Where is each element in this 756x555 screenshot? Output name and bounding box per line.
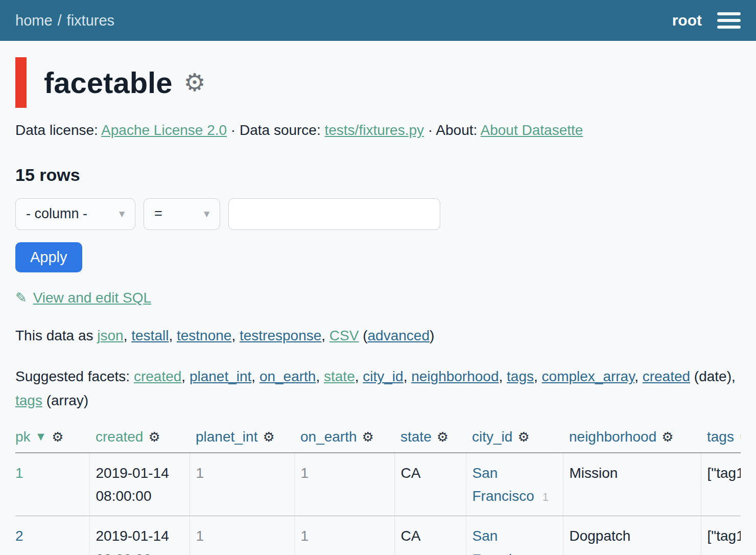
text-segment: , (355, 368, 363, 384)
text-segment: This data as (15, 328, 97, 343)
column-header-created: created⚙ (89, 424, 190, 453)
facet-link[interactable]: created (134, 368, 181, 384)
meta-link[interactable]: About Datasette (481, 122, 583, 138)
data-table: pk▼⚙created⚙planet_int⚙on_earth⚙state⚙ci… (15, 424, 741, 555)
meta-link[interactable]: tests/fixtures.py (324, 122, 424, 138)
cell-neighborhood: Mission (563, 453, 701, 516)
column-header-link[interactable]: tags (707, 429, 734, 445)
column-header-city_id: city_id⚙ (466, 424, 563, 453)
table-container: pk▼⚙created⚙planet_int⚙on_earth⚙state⚙ci… (15, 424, 741, 555)
export-link[interactable]: CSV (329, 328, 359, 343)
column-header-link[interactable]: created (96, 429, 143, 445)
cell-city-id: San Francisco 1 (466, 453, 563, 516)
hamburger-menu-icon[interactable] (717, 10, 741, 31)
column-header-link[interactable]: city_id (472, 429, 512, 445)
text-segment: , (634, 368, 643, 384)
operator-select[interactable]: = ▼ (144, 198, 220, 230)
text-segment: , (404, 368, 412, 384)
apply-button[interactable]: Apply (15, 242, 82, 272)
column-gear-icon[interactable]: ⚙ (148, 429, 160, 445)
metadata-line: Data license: Apache License 2.0 · Data … (15, 120, 741, 140)
table-settings-gear-icon[interactable]: ⚙ (183, 67, 205, 99)
column-gear-icon[interactable]: ⚙ (517, 429, 529, 445)
filter-row: - column - ▼ = ▼ (15, 198, 741, 230)
meta-link[interactable]: Apache License 2.0 (101, 122, 227, 138)
export-link[interactable]: testnone (177, 328, 231, 343)
cell-neighborhood: Dogpatch (563, 516, 701, 555)
text-segment: (date), (690, 368, 736, 384)
text-segment: , (124, 328, 132, 343)
pencil-icon: ✎ (15, 290, 27, 306)
city-link[interactable]: San Francisco (472, 465, 534, 504)
chevron-down-icon: ▼ (117, 209, 127, 220)
column-header-link[interactable]: on_earth (300, 429, 357, 445)
facet-link[interactable]: planet_int (190, 368, 251, 384)
table-header-row: pk▼⚙created⚙planet_int⚙on_earth⚙state⚙ci… (15, 424, 741, 453)
main-content: facetable ⚙ Data license: Apache License… (0, 57, 756, 555)
column-header-state: state⚙ (394, 424, 466, 453)
text-segment: (array) (42, 392, 88, 408)
text-segment: , (231, 328, 240, 343)
table-row: 12019-01-14 08:00:0011CASan Francisco 1M… (15, 453, 741, 516)
export-link[interactable]: testall (131, 328, 169, 343)
facet-link[interactable]: state (324, 368, 355, 384)
row-pk-link[interactable]: 1 (15, 465, 23, 481)
facet-link[interactable]: tags (15, 392, 42, 408)
facet-link[interactable]: tags (507, 368, 534, 384)
row-pk-link[interactable]: 2 (15, 528, 23, 544)
column-header-link[interactable]: pk (15, 429, 31, 445)
column-gear-icon[interactable]: ⚙ (437, 429, 448, 445)
cell-planet-int: 1 (190, 453, 294, 516)
filter-value-input[interactable] (228, 198, 440, 230)
table-row: 22019-01-14 08:00:0011CASan Francisco 1D… (15, 516, 741, 555)
column-header-link[interactable]: state (400, 429, 432, 445)
text-segment: · About: (424, 122, 481, 138)
chevron-down-icon: ▼ (202, 209, 211, 220)
column-gear-icon[interactable]: ⚙ (263, 429, 274, 445)
foreign-key-id: 1 (542, 491, 549, 503)
text-segment: , (181, 368, 190, 384)
table-body: 12019-01-14 08:00:0011CASan Francisco 1M… (15, 453, 741, 555)
cell-created: 2019-01-14 08:00:00 (89, 516, 190, 555)
cell-on-earth: 1 (294, 516, 394, 555)
top-navbar: home/fixtures root (0, 0, 756, 41)
column-gear-icon[interactable]: ⚙ (739, 429, 741, 445)
facet-link[interactable]: on_earth (259, 368, 316, 384)
column-gear-icon[interactable]: ⚙ (662, 429, 673, 445)
breadcrumb-home[interactable]: home (15, 12, 53, 29)
facet-link[interactable]: city_id (363, 368, 403, 384)
user-label[interactable]: root (672, 12, 702, 29)
operator-select-value: = (154, 206, 162, 222)
view-edit-sql-link[interactable]: View and edit SQL (33, 290, 151, 306)
cell-created: 2019-01-14 08:00:00 (89, 453, 190, 516)
cell-state: CA (394, 453, 466, 516)
facet-link[interactable]: created (643, 368, 690, 384)
column-select[interactable]: - column - ▼ (15, 198, 135, 230)
breadcrumb: home/fixtures (15, 12, 114, 29)
column-header-on_earth: on_earth⚙ (294, 424, 394, 453)
cell-state: CA (394, 516, 466, 555)
text-segment: , (321, 328, 329, 343)
column-select-value: - column - (26, 206, 87, 222)
column-gear-icon[interactable]: ⚙ (362, 429, 374, 445)
export-link[interactable]: json (97, 328, 123, 343)
numeric-value: 1 (196, 528, 204, 544)
cell-pk: 2 (15, 516, 89, 555)
breadcrumb-fixtures[interactable]: fixtures (67, 12, 114, 29)
page-title: facetable ⚙ (15, 57, 741, 108)
column-header-link[interactable]: neighborhood (569, 429, 656, 445)
facet-link[interactable]: complex_array (542, 368, 635, 384)
export-link[interactable]: advanced (368, 328, 430, 343)
numeric-value: 1 (196, 465, 204, 481)
city-link[interactable]: San Francisco (472, 528, 534, 555)
table-name: facetable (44, 63, 172, 102)
row-count-heading: 15 rows (15, 165, 741, 185)
breadcrumb-separator: / (58, 12, 62, 29)
column-gear-icon[interactable]: ⚙ (52, 429, 63, 445)
column-header-neighborhood: neighborhood⚙ (563, 424, 701, 453)
facet-link[interactable]: neighborhood (411, 368, 499, 384)
sql-line: ✎View and edit SQL (15, 290, 741, 306)
column-header-link[interactable]: planet_int (196, 429, 257, 445)
text-segment: , (251, 368, 259, 384)
export-link[interactable]: testresponse (240, 328, 321, 343)
